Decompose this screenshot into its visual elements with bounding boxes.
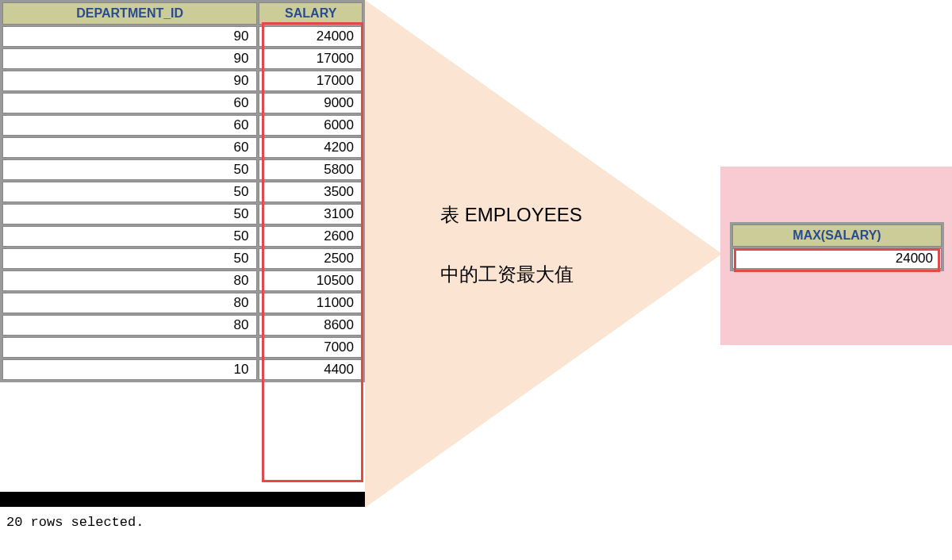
cell-department-id: 50 — [2, 204, 257, 224]
cell-department-id: 50 — [2, 248, 257, 269]
employees-table-container: DEPARTMENT_ID SALARY 9024000901700090170… — [0, 0, 365, 382]
cell-salary: 2600 — [259, 226, 363, 247]
cell-department-id — [2, 337, 257, 358]
cell-department-id: 80 — [2, 270, 257, 291]
status-bar-divider — [0, 492, 365, 506]
table-row: 104400 — [2, 359, 363, 380]
cell-salary: 9000 — [259, 93, 363, 113]
table-row: 808600 — [2, 315, 363, 336]
cell-department-id: 90 — [2, 71, 257, 91]
cell-salary: 8600 — [259, 315, 363, 336]
cell-department-id: 50 — [2, 226, 257, 247]
cell-salary: 7000 — [259, 337, 363, 358]
cell-salary: 24000 — [259, 26, 363, 47]
cell-salary: 17000 — [259, 48, 363, 69]
status-text: 20 rows selected. — [6, 515, 144, 530]
cell-department-id: 50 — [2, 159, 257, 180]
table-row: 8011000 — [2, 293, 363, 313]
cell-salary: 17000 — [259, 71, 363, 91]
table-row: 609000 — [2, 93, 363, 113]
cell-department-id: 50 — [2, 182, 257, 202]
table-row: 502500 — [2, 248, 363, 269]
table-row: 505800 — [2, 159, 363, 180]
cell-salary: 5800 — [259, 159, 363, 180]
header-department-id: DEPARTMENT_ID — [2, 2, 257, 25]
cell-salary: 6000 — [259, 115, 363, 136]
cell-department-id: 90 — [2, 48, 257, 69]
header-salary: SALARY — [259, 2, 363, 25]
cell-salary: 10500 — [259, 270, 363, 291]
cell-department-id: 60 — [2, 137, 257, 158]
funnel-shape — [365, 0, 722, 508]
cell-salary: 4200 — [259, 137, 363, 158]
result-header-row: MAX(SALARY) — [732, 224, 942, 247]
result-table: MAX(SALARY) 24000 — [731, 223, 943, 270]
table-header-row: DEPARTMENT_ID SALARY — [2, 2, 363, 25]
annotation-line-2: 中的工资最大值 — [440, 262, 574, 287]
table-row: 8010500 — [2, 270, 363, 291]
table-row: 503500 — [2, 182, 363, 202]
table-row: 606000 — [2, 115, 363, 136]
table-row: 9024000 — [2, 26, 363, 47]
table-row: 502600 — [2, 226, 363, 247]
employees-table: DEPARTMENT_ID SALARY 9024000901700090170… — [1, 1, 364, 382]
table-row: 9017000 — [2, 71, 363, 91]
result-value: 24000 — [732, 248, 942, 269]
cell-department-id: 10 — [2, 359, 257, 380]
status-bar: 20 rows selected. — [0, 505, 365, 538]
cell-salary: 11000 — [259, 293, 363, 313]
header-max-salary: MAX(SALARY) — [732, 224, 942, 247]
result-table-container: MAX(SALARY) 24000 — [730, 222, 944, 271]
cell-department-id: 80 — [2, 315, 257, 336]
table-row: 503100 — [2, 204, 363, 224]
table-row: 7000 — [2, 337, 363, 358]
cell-department-id: 80 — [2, 293, 257, 313]
cell-department-id: 60 — [2, 93, 257, 113]
result-row: 24000 — [732, 248, 942, 269]
cell-department-id: 90 — [2, 26, 257, 47]
table-row: 9017000 — [2, 48, 363, 69]
cell-salary: 3100 — [259, 204, 363, 224]
annotation-line-1: 表 EMPLOYEES — [440, 202, 582, 228]
cell-salary: 3500 — [259, 182, 363, 202]
cell-department-id: 60 — [2, 115, 257, 136]
cell-salary: 4400 — [259, 359, 363, 380]
table-row: 604200 — [2, 137, 363, 158]
cell-salary: 2500 — [259, 248, 363, 269]
